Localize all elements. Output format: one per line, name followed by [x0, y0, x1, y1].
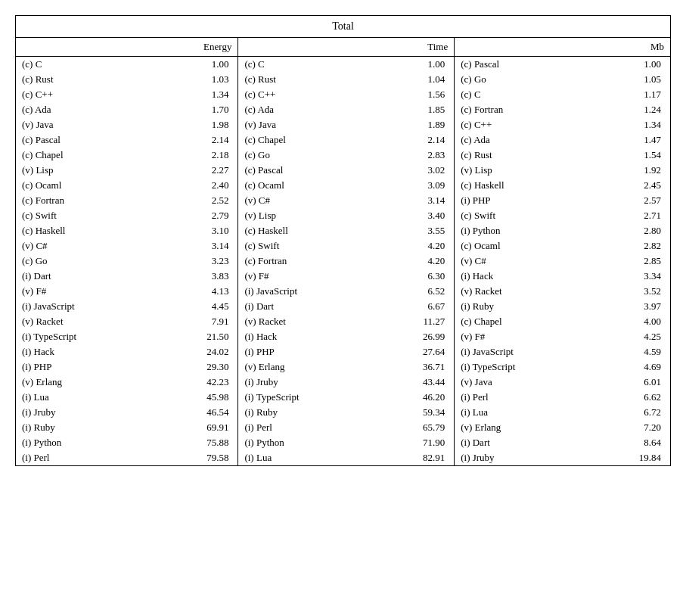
- table-row: (c) Ada1.47: [455, 132, 670, 148]
- lang-1-1: (c) Rust: [238, 72, 380, 87]
- table-row: (c) Rust1.03: [16, 72, 237, 87]
- val-0-1: 1.03: [158, 72, 237, 87]
- table-row: (c) Chapel4.00: [455, 314, 670, 329]
- lang-2-14: (i) Hack: [455, 269, 597, 284]
- val-0-12: 3.14: [158, 238, 237, 254]
- table-title: Total: [16, 16, 671, 38]
- table-row: (v) C#3.14: [16, 238, 237, 254]
- table-row: (i) Python75.88: [16, 435, 237, 450]
- lang-2-12: (c) Ocaml: [455, 238, 597, 254]
- lang-0-5: (c) Pascal: [16, 132, 158, 148]
- lang-0-9: (c) Fortran: [16, 193, 158, 208]
- table-row: (i) Dart8.64: [455, 435, 670, 450]
- table-row: (c) Ada1.70: [16, 102, 237, 117]
- lang-2-18: (v) F#: [455, 329, 597, 344]
- table-row: (i) PHP2.57: [455, 193, 670, 208]
- val-2-17: 4.00: [597, 314, 670, 329]
- val-0-22: 45.98: [158, 390, 237, 405]
- lang-2-17: (c) Chapel: [455, 314, 597, 329]
- lang-0-2: (c) C++: [16, 87, 158, 102]
- lang-1-6: (c) Go: [238, 148, 380, 163]
- val-1-6: 2.83: [381, 148, 455, 163]
- val-1-22: 46.20: [381, 390, 455, 405]
- val-2-14: 3.34: [597, 269, 670, 284]
- table-row: (i) Ruby59.34: [238, 405, 454, 420]
- val-0-13: 3.23: [158, 254, 237, 269]
- table-row: (c) C1.00: [238, 57, 454, 73]
- table-row: (i) TypeScript46.20: [238, 390, 454, 405]
- val-0-6: 2.18: [158, 148, 237, 163]
- table-row: (i) Python71.90: [238, 435, 454, 450]
- lang-0-1: (c) Rust: [16, 72, 158, 87]
- table-row: (v) Racket11.27: [238, 314, 454, 329]
- lang-1-25: (i) Python: [238, 435, 380, 450]
- table-row: (c) Fortran2.52: [16, 193, 237, 208]
- val-2-20: 4.69: [597, 359, 670, 375]
- val-0-7: 2.27: [158, 163, 237, 178]
- val-0-10: 2.79: [158, 208, 237, 223]
- lang-2-15: (v) Racket: [455, 284, 597, 299]
- lang-1-18: (i) Hack: [238, 329, 380, 344]
- lang-1-9: (v) C#: [238, 193, 380, 208]
- panel-0: Energy(c) C1.00(c) Rust1.03(c) C++1.34(c…: [16, 38, 238, 466]
- panel-2: Mb(c) Pascal1.00(c) Go1.05(c) C1.17(c) F…: [455, 38, 671, 466]
- val-1-5: 2.14: [381, 132, 455, 148]
- val-2-25: 8.64: [597, 435, 670, 450]
- val-2-18: 4.25: [597, 329, 670, 344]
- val-1-8: 3.09: [381, 178, 455, 193]
- val-1-15: 6.52: [381, 284, 455, 299]
- table-row: (v) Racket3.52: [455, 284, 670, 299]
- val-2-24: 7.20: [597, 420, 670, 435]
- table-row: (v) Lisp3.40: [238, 208, 454, 223]
- inner-table-0: Energy(c) C1.00(c) Rust1.03(c) C++1.34(c…: [16, 38, 237, 465]
- table-row: (i) PHP27.64: [238, 344, 454, 359]
- lang-2-4: (c) C++: [455, 117, 597, 132]
- val-1-17: 11.27: [381, 314, 455, 329]
- val-2-15: 3.52: [597, 284, 670, 299]
- lang-1-26: (i) Lua: [238, 450, 380, 465]
- val-0-15: 4.13: [158, 284, 237, 299]
- lang-2-23: (i) Lua: [455, 405, 597, 420]
- lang-0-12: (v) C#: [16, 238, 158, 254]
- table-row: (i) Lua82.91: [238, 450, 454, 465]
- lang-0-22: (i) Lua: [16, 390, 158, 405]
- table-row: (v) Lisp2.27: [16, 163, 237, 178]
- lang-2-9: (i) PHP: [455, 193, 597, 208]
- lang-0-19: (i) Hack: [16, 344, 158, 359]
- val-0-2: 1.34: [158, 87, 237, 102]
- table-row: (v) Erlang42.23: [16, 375, 237, 390]
- lang-1-8: (c) Ocaml: [238, 178, 380, 193]
- table-row: (i) Hack3.34: [455, 269, 670, 284]
- lang-0-18: (i) TypeScript: [16, 329, 158, 344]
- lang-0-13: (c) Go: [16, 254, 158, 269]
- table-row: (c) C++1.56: [238, 87, 454, 102]
- val-1-16: 6.67: [381, 299, 455, 314]
- table-row: (c) Go2.83: [238, 148, 454, 163]
- table-row: (i) JavaScript6.52: [238, 284, 454, 299]
- lang-0-17: (v) Racket: [16, 314, 158, 329]
- val-0-9: 2.52: [158, 193, 237, 208]
- lang-2-26: (i) Jruby: [455, 450, 597, 465]
- lang-2-8: (c) Haskell: [455, 178, 597, 193]
- val-1-1: 1.04: [381, 72, 455, 87]
- lang-1-10: (v) Lisp: [238, 208, 380, 223]
- table-row: (i) TypeScript21.50: [16, 329, 237, 344]
- val-2-10: 2.71: [597, 208, 670, 223]
- lang-1-14: (v) F#: [238, 269, 380, 284]
- val-0-11: 3.10: [158, 223, 237, 238]
- table-row: (v) F#4.25: [455, 329, 670, 344]
- val-2-2: 1.17: [597, 87, 670, 102]
- table-row: (c) C1.00: [16, 57, 237, 73]
- table-row: (c) C++1.34: [455, 117, 670, 132]
- table-row: (c) Go1.05: [455, 72, 670, 87]
- main-table: Total Energy(c) C1.00(c) Rust1.03(c) C++…: [15, 15, 671, 466]
- val-2-19: 4.59: [597, 344, 670, 359]
- table-row: (i) Jruby43.44: [238, 375, 454, 390]
- lang-1-4: (v) Java: [238, 117, 380, 132]
- lang-2-6: (c) Rust: [455, 148, 597, 163]
- lang-1-12: (c) Swift: [238, 238, 380, 254]
- val-1-9: 3.14: [381, 193, 455, 208]
- table-row: (v) Java1.89: [238, 117, 454, 132]
- panel-0-header: Energy: [158, 38, 237, 57]
- val-1-13: 4.20: [381, 254, 455, 269]
